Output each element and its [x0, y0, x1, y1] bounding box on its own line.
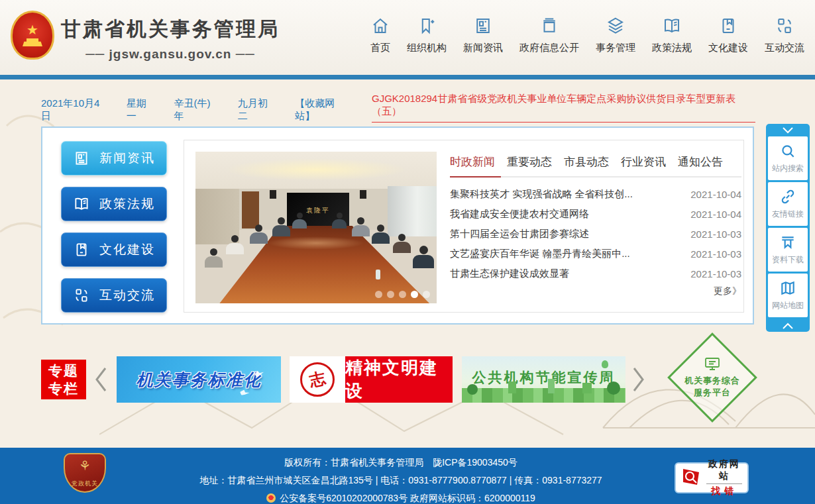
tool-friend-links[interactable]: 友情链接	[768, 182, 808, 226]
address-line: 地址：甘肃省兰州市城关区金昌北路135号 | 电话：0931-8777900.8…	[146, 475, 656, 487]
banner-title: 公共机构节能宣传周	[472, 368, 616, 387]
tools-collapse-button[interactable]	[768, 124, 808, 136]
tab-city-county[interactable]: 市县动态	[558, 153, 615, 176]
menu-button-culture[interactable]: 文化建设	[61, 232, 167, 267]
news-date: 2021-10-04	[690, 209, 741, 220]
tree-graphic	[467, 384, 478, 395]
monitor-icon	[704, 356, 721, 372]
lunar-date-text: 九月初二	[238, 97, 276, 123]
service-platform-badge[interactable]: 机关事务综合 服务平台	[671, 336, 754, 419]
police-badge-icon	[266, 493, 276, 503]
page: ★ 甘肃省机关事务管理局 ── jgsw.gansu.gov.cn ── 首页 …	[0, 0, 815, 504]
badge-emblem-icon: ⚘	[79, 459, 91, 472]
tool-sitemap[interactable]: 网站地图	[768, 274, 808, 317]
banner-prev-button[interactable]	[93, 364, 109, 395]
nav-label: 组织机构	[407, 42, 447, 54]
error-report-button[interactable]: 政府网站 找错	[675, 462, 749, 493]
site-title-block: 甘肃省机关事务管理局 ── jgsw.gansu.gov.cn ──	[61, 16, 280, 62]
news-more-link[interactable]: 更多》	[450, 285, 741, 297]
favorite-link[interactable]: 【收藏网站】	[295, 97, 353, 123]
news-tabs: 时政新闻 重要动态 市县动态 行业资讯 通知公告	[450, 153, 741, 177]
carousel-dot[interactable]	[423, 291, 430, 298]
photo-person	[292, 213, 307, 228]
tool-site-search[interactable]: 站内搜索	[768, 136, 808, 180]
photo-person	[272, 217, 290, 236]
carousel-dot[interactable]	[375, 291, 382, 298]
volunteer-seal-icon: 志	[300, 362, 335, 397]
photo-table-highlight	[268, 236, 364, 250]
tools-expand-button[interactable]	[768, 319, 808, 332]
menu-button-news[interactable]: 新闻资讯	[61, 141, 167, 176]
tab-notices[interactable]: 通知公告	[672, 153, 729, 176]
city-skyline-graphic	[462, 388, 625, 403]
carousel-photo[interactable]: 袁隆平	[195, 152, 437, 303]
chevron-left-icon	[93, 366, 108, 393]
photo-speaker	[270, 190, 276, 199]
police-record-text: 公安备案号62010202000783号 政府网站标识码：6200000119	[280, 493, 535, 503]
nav-item-organization[interactable]: 组织机构	[407, 16, 447, 54]
tool-label: 网站地图	[772, 300, 804, 311]
screen-caption: 袁隆平	[306, 206, 330, 215]
newspaper-icon	[473, 16, 493, 36]
photo-speaker	[360, 190, 366, 199]
photo-person	[372, 225, 390, 244]
announcement-link[interactable]: GJGK2018294甘肃省省级党政机关事业单位车辆定点采购协议供货目录车型更新…	[372, 93, 755, 123]
banner-standardization[interactable]: 机关事务标准化	[117, 356, 281, 403]
building-graphic	[508, 381, 516, 393]
photo-person	[413, 246, 434, 268]
seal-area: 志	[290, 356, 345, 403]
banner-spiritual-civilization[interactable]: 志 精神文明建设	[290, 356, 453, 403]
photo-person	[393, 234, 411, 253]
carousel-dot[interactable]	[399, 291, 406, 298]
header-divider-bar	[0, 75, 815, 79]
news-row[interactable]: 集聚科技英才 实现强省战略 全省科技创... 2021-10-04	[450, 184, 741, 204]
carousel-dot[interactable]	[387, 291, 394, 298]
emblem-gate-icon	[23, 38, 42, 46]
banner-energy-saving-week[interactable]: 公共机构节能宣传周	[462, 356, 625, 403]
banner-title: 精神文明建设	[345, 356, 453, 403]
photo-person	[332, 213, 347, 228]
tab-important-updates[interactable]: 重要动态	[501, 153, 558, 176]
exchange-icon	[73, 287, 90, 304]
news-row[interactable]: 文艺盛宴庆百年华诞 翰墨丹青绘美丽中... 2021-10-03	[450, 244, 741, 264]
tool-downloads[interactable]: 资料下载	[768, 228, 808, 272]
tab-industry-info[interactable]: 行业资讯	[615, 153, 672, 176]
diamond-label-line2: 服务平台	[694, 387, 731, 399]
topic-title-top: 专题	[48, 362, 79, 379]
nav-item-home[interactable]: 首页	[370, 16, 390, 54]
archive-box-icon	[539, 16, 559, 36]
news-date: 2021-10-03	[690, 248, 741, 260]
banner-next-button[interactable]	[631, 364, 647, 395]
nav-item-culture[interactable]: 文化建设	[708, 16, 748, 54]
photo-person	[205, 248, 223, 268]
carousel-dot-active[interactable]	[411, 291, 418, 298]
download-flag-icon	[779, 234, 796, 251]
nav-label: 新闻资讯	[463, 42, 503, 54]
photo-door	[242, 191, 259, 228]
nav-label: 文化建设	[708, 42, 748, 54]
open-book-icon	[662, 16, 682, 36]
nav-item-gov-info[interactable]: 政府信息公开	[519, 16, 579, 54]
news-row[interactable]: 我省建成安全便捷农村交通网络 2021-10-04	[450, 204, 741, 224]
photo-cove-light	[225, 158, 408, 181]
nav-item-interaction[interactable]: 互动交流	[765, 16, 804, 54]
national-emblem-logo: ★	[11, 11, 54, 60]
news-row[interactable]: 甘肃生态保护建设成效显著 2021-10-03	[450, 264, 741, 283]
banner-title: 机关事务标准化	[136, 369, 262, 391]
nav-item-affairs[interactable]: 事务管理	[596, 16, 635, 54]
menu-button-policy[interactable]: 政策法规	[61, 187, 167, 221]
news-row[interactable]: 第十四届全运会甘肃团参赛综述 2021-10-03	[450, 224, 741, 244]
news-list: 集聚科技英才 实现强省战略 全省科技创... 2021-10-04 我省建成安全…	[450, 184, 741, 283]
tree-graphic	[607, 381, 620, 395]
notebook-icon	[73, 241, 90, 258]
news-date: 2021-10-04	[690, 189, 741, 200]
notebook-icon	[718, 16, 738, 36]
news-title: 文艺盛宴庆百年华诞 翰墨丹青绘美丽中...	[450, 248, 682, 260]
lunar-year-text: 辛丑(牛)年	[174, 97, 219, 123]
menu-button-interaction[interactable]: 互动交流	[61, 278, 167, 313]
tab-current-politics[interactable]: 时政新闻	[450, 153, 501, 177]
nav-item-news[interactable]: 新闻资讯	[463, 16, 503, 54]
menu-label: 政策法规	[99, 195, 155, 213]
weekday-text: 星期一	[127, 97, 156, 123]
nav-item-policy[interactable]: 政策法规	[652, 16, 692, 54]
